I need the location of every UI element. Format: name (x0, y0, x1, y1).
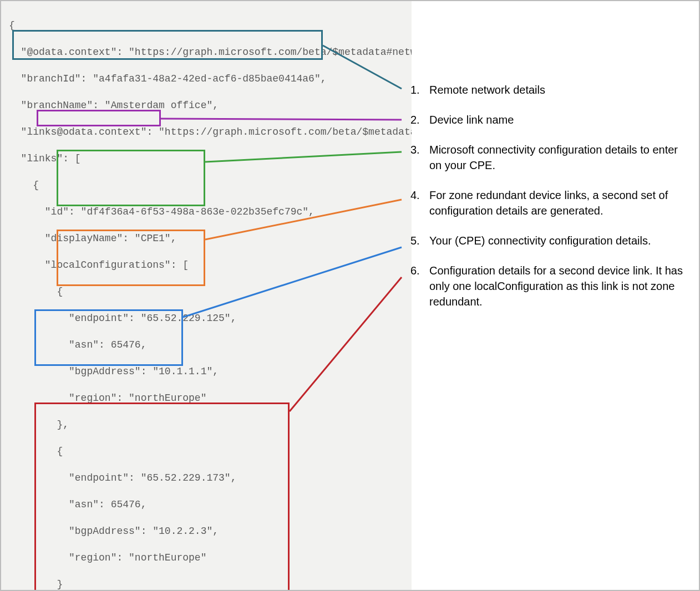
legend-number: 3. (410, 142, 429, 173)
legend: 1. Remote network details 2. Device link… (410, 82, 688, 324)
legend-text: Microsoft connectivity configuration det… (429, 142, 688, 173)
code-line: "links@odata.context": "https://graph.mi… (9, 125, 412, 139)
legend-text: Remote network details (429, 82, 688, 98)
code-line: "localConfigurations": [ (9, 258, 412, 272)
code-line: "branchId": "a4fafa31-48a2-42ed-acf6-d85… (9, 72, 412, 85)
code-line: "bgpAddress": "10.2.2.3", (9, 524, 412, 538)
legend-number: 2. (410, 112, 429, 128)
code-line: "branchName": "Amsterdam office", (9, 99, 412, 112)
code-line: }, (9, 418, 412, 431)
code-line: { (9, 285, 412, 298)
legend-number: 6. (410, 263, 429, 309)
legend-item-5: 5. Your (CPE) connectivity configuration… (410, 233, 688, 248)
legend-text: Your (CPE) connectivity configuration de… (429, 233, 688, 248)
legend-text: Device link name (429, 112, 688, 128)
json-code-block: { "@odata.context": "https://graph.micro… (1, 1, 412, 590)
code-line: "bgpAddress": "10.1.1.1", (9, 365, 412, 378)
legend-number: 5. (410, 233, 429, 248)
code-line: { (9, 19, 412, 32)
code-line: "@odata.context": "https://graph.microso… (9, 45, 412, 59)
code-line: "asn": 65476, (9, 498, 412, 511)
code-line: "region": "northEurope" (9, 551, 412, 564)
code-line: "displayName": "CPE1", (9, 232, 412, 245)
code-line: "endpoint": "65.52.229.173", (9, 471, 412, 485)
legend-number: 1. (410, 82, 429, 98)
legend-text: For zone redundant device links, a secon… (429, 187, 688, 218)
legend-item-4: 4. For zone redundant device links, a se… (410, 187, 688, 218)
code-line: } (9, 578, 412, 590)
code-line: "endpoint": "65.52.229.125", (9, 312, 412, 325)
annotated-json-diagram: { "@odata.context": "https://graph.micro… (0, 0, 700, 591)
code-line: "region": "northEurope" (9, 391, 412, 405)
code-line: "asn": 65476, (9, 338, 412, 351)
code-line: { (9, 445, 412, 458)
code-line: "links": [ (9, 152, 412, 165)
legend-text: Configuration details for a second devic… (429, 263, 688, 309)
code-line: "id": "df4f36a4-6f53-498a-863e-022b35efc… (9, 205, 412, 218)
legend-item-1: 1. Remote network details (410, 82, 688, 98)
code-line: { (9, 179, 412, 192)
legend-item-2: 2. Device link name (410, 112, 688, 128)
legend-number: 4. (410, 187, 429, 218)
legend-item-3: 3. Microsoft connectivity configuration … (410, 142, 688, 173)
legend-item-6: 6. Configuration details for a second de… (410, 263, 688, 309)
